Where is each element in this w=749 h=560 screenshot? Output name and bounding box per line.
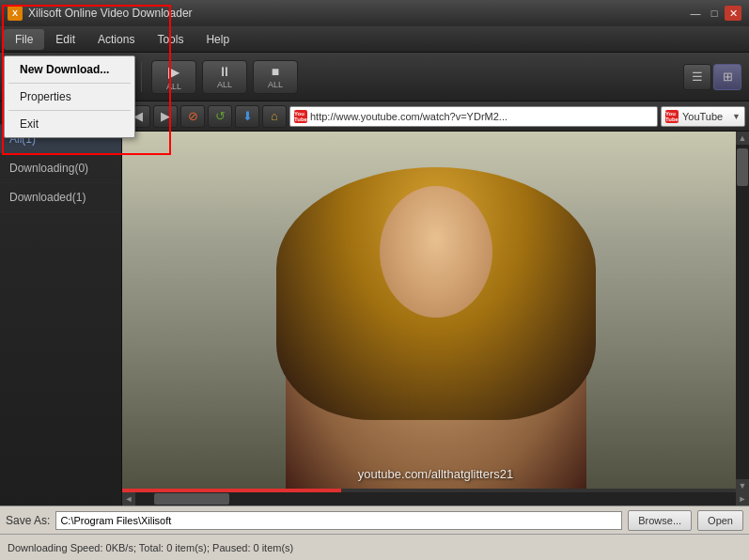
site-selector-text: YouTube (682, 111, 728, 122)
file-dropdown: New Download... Properties Exit (4, 55, 135, 138)
file-menu-wrapper: File New Download... Properties Exit (4, 29, 44, 50)
new-download-item[interactable]: New Download... (5, 58, 134, 81)
vertical-scrollbar[interactable]: ▲ ▼ (736, 132, 749, 492)
browser-area: ◀ ▶ ⊘ ↺ ⬇ ⌂ YouTube http://www.youtube.c… (122, 101, 749, 506)
site-selector-icon: YouTube (665, 110, 679, 123)
maximize-button[interactable]: □ (706, 6, 723, 21)
list-view-icon: ☰ (692, 70, 703, 84)
scroll-track-v[interactable] (736, 145, 749, 479)
grid-view-button[interactable]: ⊞ (713, 64, 741, 90)
scroll-left-arrow[interactable]: ◄ (122, 492, 135, 506)
status-bar: Downloading Speed: 0KB/s; Total: 0 item(… (0, 534, 749, 560)
nav-bar: ◀ ▶ ⊘ ↺ ⬇ ⌂ YouTube http://www.youtube.c… (122, 101, 749, 132)
help-menu[interactable]: Help (195, 29, 241, 50)
resume-all-icon: ▶ (168, 63, 179, 81)
browse-button[interactable]: Browse... (628, 510, 692, 531)
sidebar: Browser All(1) Downloading(0) Downloaded… (0, 101, 122, 506)
site-selector[interactable]: YouTube YouTube ▼ (661, 106, 745, 127)
url-bar[interactable]: YouTube http://www.youtube.com/watch?v=Y… (289, 106, 658, 127)
video-scroll-area: youtube.com/allthatglitters21 ▲ ▼ (122, 132, 749, 492)
nav-stop-button[interactable]: ⊘ (180, 105, 205, 128)
stop-all-button[interactable]: ■ ALL (253, 60, 298, 94)
home-icon: ⌂ (271, 109, 278, 123)
scroll-track-h[interactable] (135, 492, 736, 506)
video-container: youtube.com/allthatglitters21 ▲ ▼ (122, 132, 749, 506)
status-text: Downloading Speed: 0KB/s; Total: 0 item(… (8, 542, 293, 553)
scroll-thumb-v[interactable] (737, 148, 748, 186)
url-text: http://www.youtube.com/watch?v=YDrM2... (310, 111, 653, 122)
resume-all-label: ALL (166, 82, 181, 91)
scroll-right-arrow[interactable]: ► (736, 492, 749, 506)
stop-all-icon: ■ (272, 64, 279, 79)
video-overlay-text: youtube.com/allthatglitters21 (358, 467, 513, 481)
refresh-button[interactable]: ↺ (208, 105, 232, 128)
forward-icon: ▶ (161, 109, 170, 123)
app-icon: X (8, 6, 23, 21)
video-face (380, 186, 492, 318)
main-content: Browser All(1) Downloading(0) Downloaded… (0, 101, 749, 506)
scroll-up-arrow[interactable]: ▲ (736, 132, 749, 145)
tools-menu[interactable]: Tools (146, 29, 195, 50)
video-area: youtube.com/allthatglitters21 (122, 132, 749, 492)
save-path-input[interactable] (55, 511, 622, 530)
pause-all-button[interactable]: ⏸ ALL (202, 60, 247, 94)
home-button[interactable]: ⌂ (262, 105, 287, 128)
sidebar-item-downloaded[interactable]: Downloaded(1) (0, 183, 121, 212)
scroll-thumb-h[interactable] (154, 493, 229, 505)
exit-item[interactable]: Exit (5, 113, 134, 135)
download-nav-icon: ⬇ (242, 109, 253, 123)
save-bar: Save As: Browse... Open (0, 506, 749, 534)
title-bar: X Xilisoft Online Video Downloader — □ ✕ (0, 0, 749, 26)
pause-all-label: ALL (217, 80, 232, 89)
horizontal-scrollbar[interactable]: ◄ ► (122, 492, 749, 506)
pause-all-icon: ⏸ (218, 64, 231, 79)
window-controls: — □ ✕ (687, 6, 741, 21)
actions-menu[interactable]: Actions (86, 29, 146, 50)
file-menu[interactable]: File (4, 29, 44, 50)
view-buttons: ☰ ⊞ (683, 64, 741, 90)
forward-button[interactable]: ▶ (153, 105, 178, 128)
grid-view-icon: ⊞ (723, 70, 733, 84)
list-view-button[interactable]: ☰ (683, 64, 711, 90)
save-as-label: Save As: (6, 514, 50, 527)
scroll-down-arrow[interactable]: ▼ (736, 479, 749, 492)
sidebar-item-downloading[interactable]: Downloading(0) (0, 154, 121, 183)
menu-separator-2 (8, 110, 131, 111)
properties-item[interactable]: Properties (5, 86, 134, 108)
video-frame: youtube.com/allthatglitters21 (122, 132, 749, 492)
resume-all-button[interactable]: ▶ ALL (151, 60, 196, 94)
edit-menu[interactable]: Edit (44, 29, 86, 50)
menu-separator (8, 83, 131, 84)
minimize-button[interactable]: — (687, 6, 704, 21)
open-button[interactable]: Open (697, 510, 743, 531)
nav-stop-icon: ⊘ (188, 109, 198, 123)
toolbar-separator-1 (141, 62, 142, 92)
stop-all-label: ALL (268, 80, 283, 89)
refresh-icon: ↺ (215, 109, 226, 123)
menu-bar: File New Download... Properties Exit Edi… (0, 26, 749, 53)
close-button[interactable]: ✕ (725, 6, 741, 21)
site-selector-arrow: ▼ (732, 112, 741, 121)
app-title: Xilisoft Online Video Downloader (28, 7, 687, 20)
url-site-icon: YouTube (294, 110, 307, 123)
download-nav-button[interactable]: ⬇ (235, 105, 259, 128)
